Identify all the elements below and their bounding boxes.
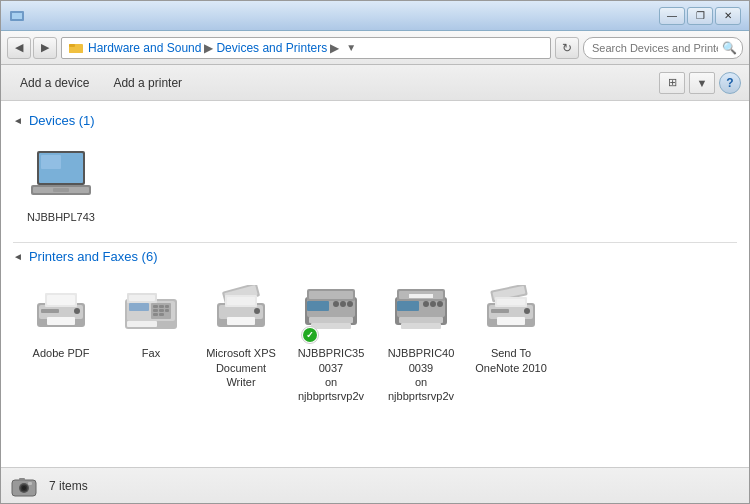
status-bar: 7 items <box>1 467 749 503</box>
printers-collapse-arrow[interactable]: ◄ <box>13 251 23 262</box>
svg-rect-70 <box>491 309 509 313</box>
view-button[interactable]: ⊞ <box>659 72 685 94</box>
pric400039-label: NJBBPRIC400039on njbbprtsrvp2v <box>385 346 457 403</box>
breadcrumb-sep-1: ▶ <box>204 41 213 55</box>
search-input[interactable] <box>583 37 743 59</box>
minimize-button[interactable]: — <box>659 7 685 25</box>
svg-rect-31 <box>127 321 157 327</box>
svg-rect-32 <box>129 303 149 311</box>
svg-rect-44 <box>309 291 353 299</box>
folder-icon <box>69 41 83 55</box>
xps-icon <box>209 280 273 344</box>
devices-section-title[interactable]: Devices (1) <box>29 113 95 128</box>
svg-rect-3 <box>69 46 83 53</box>
svg-rect-38 <box>227 297 255 305</box>
title-bar-left <box>9 8 25 24</box>
back-button[interactable]: ◀ <box>7 37 31 59</box>
svg-rect-68 <box>497 317 525 325</box>
adobe-pdf-label: Adobe PDF <box>33 346 90 360</box>
main-content: ◄ Devices (1) NJBBHPL743 <box>1 101 749 467</box>
address-bar: ◀ ▶ Hardware and Sound ▶ Devices and Pri… <box>1 31 749 65</box>
devices-collapse-arrow[interactable]: ◄ <box>13 115 23 126</box>
title-bar: — ❐ ✕ <box>1 1 749 31</box>
forward-button[interactable]: ▶ <box>33 37 57 59</box>
toolbar-right: ⊞ ▼ ? <box>659 72 741 94</box>
device-item-fax[interactable]: Fax <box>111 276 191 407</box>
svg-rect-17 <box>41 309 59 313</box>
svg-rect-67 <box>497 299 525 305</box>
svg-rect-23 <box>165 305 169 308</box>
onenote-icon <box>479 280 543 344</box>
breadcrumb-hardware[interactable]: Hardware and Sound <box>88 41 201 55</box>
svg-point-59 <box>437 301 443 307</box>
search-wrapper: 🔍 <box>583 37 743 59</box>
svg-point-57 <box>423 301 429 307</box>
devices-section-header: ◄ Devices (1) <box>13 113 737 128</box>
pric400039-icon <box>389 280 453 344</box>
svg-point-48 <box>340 301 346 307</box>
laptop-icon <box>29 144 93 208</box>
breadcrumb-dropdown[interactable]: ▼ <box>346 42 356 53</box>
svg-point-69 <box>524 308 530 314</box>
printers-grid: Adobe PDF <box>13 272 737 415</box>
close-button[interactable]: ✕ <box>715 7 741 25</box>
device-item-xps[interactable]: Microsoft XPSDocument Writer <box>201 276 281 407</box>
svg-rect-25 <box>159 309 164 312</box>
breadcrumb-sep-2: ▶ <box>330 41 339 55</box>
device-item-laptop[interactable]: NJBBHPL743 <box>21 140 101 228</box>
svg-rect-55 <box>399 317 443 323</box>
refresh-button[interactable]: ↻ <box>555 37 579 59</box>
device-item-adobe-pdf[interactable]: Adobe PDF <box>21 276 101 407</box>
default-check-icon: ✓ <box>303 328 317 342</box>
svg-rect-15 <box>47 317 75 325</box>
printer-svg <box>31 285 91 339</box>
nav-buttons: ◀ ▶ <box>7 37 57 59</box>
add-printer-button[interactable]: Add a printer <box>102 70 193 96</box>
pric350037-label: NJBBPRIC350037on njbbprtsrvp2v <box>295 346 367 403</box>
adobe-pdf-icon <box>29 280 93 344</box>
fax-svg <box>121 285 181 339</box>
title-bar-controls: — ❐ ✕ <box>659 7 741 25</box>
help-button[interactable]: ? <box>719 72 741 94</box>
svg-rect-21 <box>153 305 158 308</box>
svg-rect-77 <box>28 482 32 485</box>
device-item-pric350037[interactable]: ✓ NJBBPRIC350037on njbbprtsrvp2v <box>291 276 371 407</box>
svg-rect-4 <box>69 44 75 47</box>
svg-point-47 <box>333 301 339 307</box>
breadcrumb[interactable]: Hardware and Sound ▶ Devices and Printer… <box>61 37 551 59</box>
printers-section-header: ◄ Printers and Faxes (6) <box>13 249 737 264</box>
svg-rect-30 <box>129 295 155 301</box>
devices-grid: NJBBHPL743 <box>13 136 737 236</box>
device-item-onenote[interactable]: Send ToOneNote 2010 <box>471 276 551 407</box>
svg-rect-28 <box>159 313 164 316</box>
maximize-button[interactable]: ❐ <box>687 7 713 25</box>
xps-label: Microsoft XPSDocument Writer <box>205 346 277 389</box>
breadcrumb-devices[interactable]: Devices and Printers <box>216 41 327 55</box>
svg-rect-10 <box>41 155 61 169</box>
printers-section-title[interactable]: Printers and Faxes (6) <box>29 249 158 264</box>
svg-rect-46 <box>307 301 329 311</box>
xps-printer-svg <box>211 285 271 339</box>
svg-rect-60 <box>401 323 441 329</box>
onenote-label: Send ToOneNote 2010 <box>475 346 547 375</box>
add-device-button[interactable]: Add a device <box>9 70 100 96</box>
svg-point-16 <box>74 308 80 314</box>
device-item-pric400039[interactable]: NJBBPRIC400039on njbbprtsrvp2v <box>381 276 461 407</box>
svg-point-40 <box>254 308 260 314</box>
svg-rect-9 <box>53 188 69 192</box>
search-icon[interactable]: 🔍 <box>722 41 737 55</box>
svg-point-49 <box>347 301 353 307</box>
toolbar: Add a device Add a printer ⊞ ▼ ? <box>1 65 749 101</box>
svg-rect-24 <box>153 309 158 312</box>
fax-label: Fax <box>142 346 160 360</box>
network-printer-400-svg <box>391 285 451 339</box>
svg-rect-56 <box>397 301 419 311</box>
camera-svg <box>10 472 38 500</box>
pric350037-icon: ✓ <box>299 280 363 344</box>
view-dropdown-button[interactable]: ▼ <box>689 72 715 94</box>
default-badge: ✓ <box>301 326 319 344</box>
svg-rect-1 <box>12 13 22 19</box>
svg-rect-39 <box>227 317 255 325</box>
onenote-printer-svg <box>481 285 541 339</box>
window-icon <box>9 8 25 24</box>
